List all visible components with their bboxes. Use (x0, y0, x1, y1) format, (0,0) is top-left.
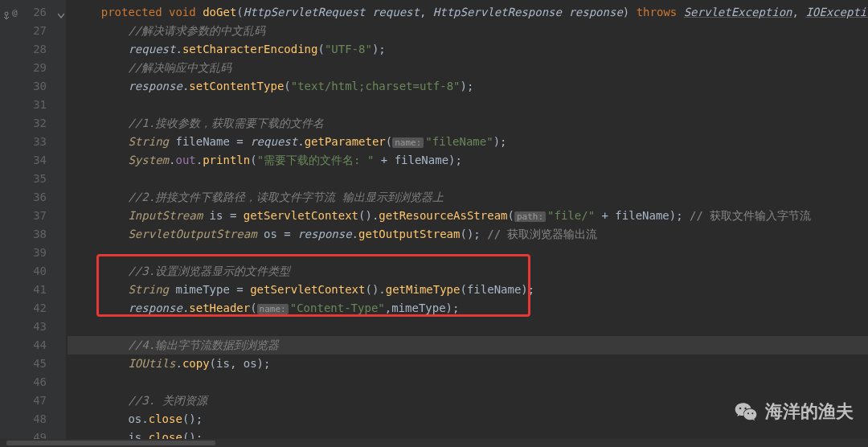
code-line[interactable]: response.setHeader(name:"Content-Type",m… (68, 299, 868, 318)
gutter-line[interactable]: 46 (0, 373, 55, 392)
gutter-line[interactable]: 44 (0, 336, 55, 355)
parameter-hint: name: (257, 304, 289, 314)
code-line[interactable]: //1.接收参数，获取需要下载的文件名 (68, 114, 868, 133)
code-line[interactable]: System.out.println("需要下载的文件名: " + fileNa… (68, 151, 868, 170)
svg-point-0 (5, 12, 8, 15)
gutter-line[interactable]: 42 (0, 299, 55, 318)
code-line[interactable] (68, 373, 868, 392)
code-line[interactable]: String fileName = request.getParameter(n… (68, 133, 868, 151)
code-line[interactable]: IOUtils.copy(is, os); (68, 355, 868, 373)
code-line[interactable] (68, 96, 868, 114)
code-line[interactable]: ServletOutputStream os = response.getOut… (68, 225, 868, 244)
gutter-line[interactable]: 45 (0, 355, 55, 373)
code-line[interactable]: protected void doGet(HttpServletRequest … (68, 3, 868, 22)
gutter-line[interactable]: 27 (0, 22, 55, 40)
gutter-line[interactable]: 43 (0, 318, 55, 336)
gutter-line[interactable]: 47 (0, 392, 55, 410)
gutter-line[interactable]: 37 (0, 207, 55, 225)
code-line[interactable] (68, 318, 868, 336)
code-line[interactable]: String mimeType = getServletContext().ge… (68, 281, 868, 299)
code-area[interactable]: protected void doGet(HttpServletRequest … (68, 0, 868, 447)
gutter-line[interactable]: 35 (0, 170, 55, 188)
gutter-line[interactable]: 31 (0, 96, 55, 114)
code-line[interactable]: InputStream is = getServletContext().get… (68, 207, 868, 225)
wechat-icon (733, 399, 759, 424)
code-line[interactable]: //2.拼接文件下载路径，读取文件字节流 输出显示到浏览器上 (68, 188, 868, 207)
code-line[interactable] (68, 170, 868, 188)
gutter-line[interactable]: 40 (0, 262, 55, 281)
code-line[interactable]: response.setContentType("text/html;chars… (68, 77, 868, 96)
gutter-line[interactable]: 30 (0, 77, 55, 96)
scrollbar-thumb[interactable] (6, 441, 215, 445)
gutter-line[interactable]: 48 (0, 410, 55, 429)
gutter-line[interactable]: 39 (0, 244, 55, 262)
fold-strip (55, 0, 66, 447)
gutter-line[interactable]: 41 (0, 281, 55, 299)
code-line[interactable]: request.setCharacterEncoding("UTF-8"); (68, 40, 868, 59)
watermark-text: 海洋的渔夫 (765, 400, 854, 424)
code-line[interactable]: //4.输出字节流数据到浏览器 (68, 336, 868, 355)
watermark: 海洋的渔夫 (733, 399, 854, 424)
code-line[interactable]: //解决响应中文乱码 (68, 59, 868, 77)
gutter-line[interactable]: 28 (0, 40, 55, 59)
code-editor[interactable]: 26@2728293031323334353637383940414243444… (0, 0, 868, 447)
annotation-at-icon[interactable]: @ (12, 8, 22, 18)
parameter-hint: name: (392, 137, 424, 148)
gutter-line[interactable]: 26@ (0, 3, 55, 22)
gutter: 26@2728293031323334353637383940414243444… (0, 0, 55, 447)
gutter-line[interactable]: 38 (0, 225, 55, 244)
override-icon[interactable] (2, 8, 11, 18)
parameter-hint: path: (514, 211, 546, 222)
fold-collapse-icon[interactable] (58, 9, 64, 16)
gutter-line[interactable]: 34 (0, 151, 55, 170)
gutter-line[interactable]: 29 (0, 59, 55, 77)
gutter-line[interactable]: 33 (0, 133, 55, 151)
horizontal-scrollbar[interactable] (0, 439, 868, 447)
code-line[interactable]: //3.设置浏览器显示的文件类型 (68, 262, 868, 281)
gutter-line[interactable]: 32 (0, 114, 55, 133)
code-line[interactable] (68, 244, 868, 262)
gutter-line[interactable]: 36 (0, 188, 55, 207)
code-line[interactable]: //解决请求参数的中文乱码 (68, 22, 868, 40)
